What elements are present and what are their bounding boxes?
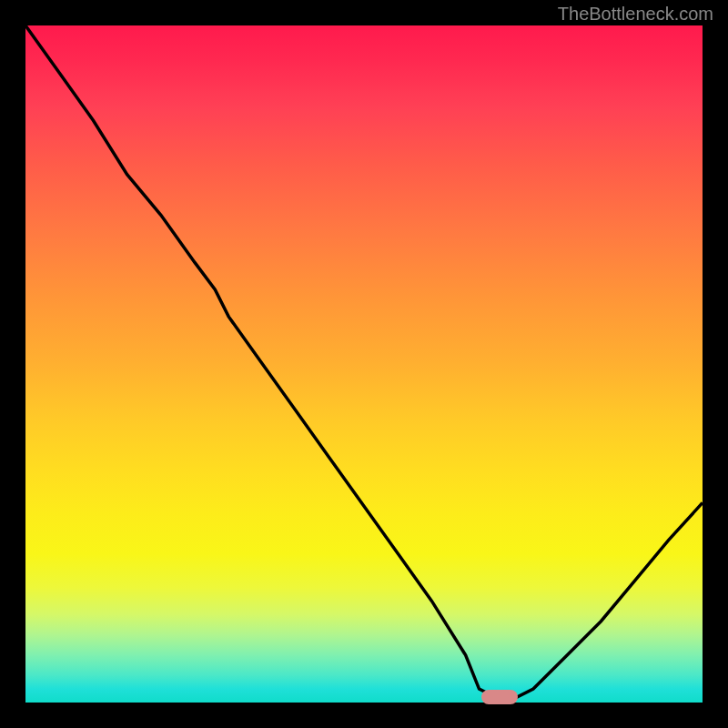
bottleneck-curve xyxy=(25,25,703,703)
optimal-point-marker xyxy=(481,690,518,704)
chart-plot-area xyxy=(25,25,703,703)
watermark-text: TheBottleneck.com xyxy=(558,4,713,25)
